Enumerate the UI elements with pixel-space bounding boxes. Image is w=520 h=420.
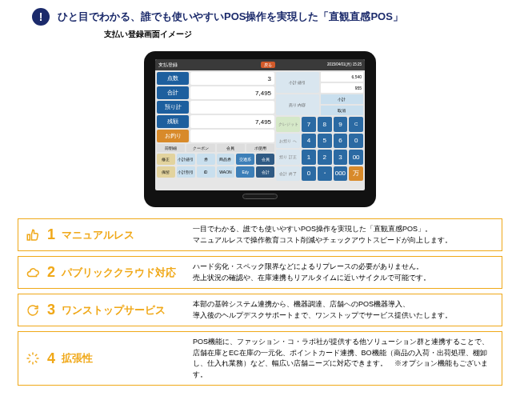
keypad-key-6[interactable]: 6	[334, 134, 348, 149]
tablet-mockup: 支払登録 戻る 2015/04/01(月) 15:25 点数3 合計7,495 …	[144, 51, 376, 207]
keypad-key-C[interactable]: C	[349, 117, 363, 132]
feature-left: 2パブリッククラウド対応	[18, 257, 186, 288]
keypad-key-000[interactable]: 000	[334, 166, 348, 182]
total-value: 7,495	[190, 86, 274, 99]
strip-cell[interactable]: 修正	[157, 154, 175, 165]
small-cell[interactable]: ポ使用	[246, 144, 274, 152]
strip-2: 保留 小計割引 iD WAON Edy 会計	[157, 166, 274, 178]
keypad: 789C4560123000・000万	[302, 117, 363, 181]
feature-number: 4	[47, 350, 55, 367]
right-top: 小計 値引 売り 内容 6,540 955 小計 取消	[276, 72, 363, 115]
rmid-left: クレジット お預り へ 預り 訂正 会計 終了	[276, 117, 300, 181]
balance-value: 7,495	[190, 115, 274, 128]
change-label: お釣り	[157, 130, 189, 142]
azukari-cell[interactable]: 預り 訂正	[276, 150, 300, 165]
change-value	[190, 130, 274, 142]
feature-left: 4拡張性	[18, 332, 186, 385]
keypad-key-00[interactable]: 00	[349, 150, 363, 165]
right-mid: クレジット お預り へ 預り 訂正 会計 終了 789C4560123000・0…	[276, 117, 363, 181]
feature-desc: 一目でわかる、誰でも使いやすいPOS操作を実現した「直観直感POS」。マニュアル…	[186, 219, 502, 250]
topbar-right: 2015/04/01(月) 15:25	[327, 63, 362, 67]
feature-4: 4拡張性POS機能に、ファッション・コ・ラボ社が提供する他ソリューション群と連携…	[18, 331, 502, 386]
feature-left: 3ワンストップサービス	[18, 294, 186, 326]
topbar-title: 支払登録	[158, 62, 178, 69]
strip-cell[interactable]: 券	[197, 154, 215, 165]
sub-cell[interactable]: 小計	[321, 94, 363, 104]
credit-cell[interactable]: クレジット	[276, 117, 300, 132]
rtop-right: 6,540 955 小計 取消	[321, 72, 363, 115]
small-cell[interactable]: 会員	[217, 144, 245, 152]
count-label: 点数	[157, 72, 189, 85]
expand-icon	[25, 350, 41, 366]
feature-title: ワンストップサービス	[62, 303, 166, 318]
feature-title: 拡張性	[62, 351, 93, 366]
pos-main: 点数3 合計7,495 預り計 残額7,495 お釣り 前明細 クーポン 会員 …	[155, 70, 365, 190]
feature-number: 1	[47, 226, 55, 243]
rtop-left: 小計 値引 売り 内容	[276, 72, 318, 115]
keypad-key-1[interactable]: 1	[302, 150, 316, 165]
keypad-key-・[interactable]: ・	[318, 166, 332, 182]
feature-number: 3	[47, 302, 55, 318]
strip-1: 修正 小計値引 券 商品券 交通系 会員	[157, 154, 274, 165]
pos-screen: 支払登録 戻る 2015/04/01(月) 15:25 点数3 合計7,495 …	[155, 59, 365, 190]
cycle-icon	[25, 302, 41, 318]
mini-amount: 6,540	[321, 72, 363, 82]
strip-cell[interactable]: 小計値引	[177, 154, 195, 165]
rtop-cell[interactable]: 小計 値引	[276, 72, 318, 93]
count-value: 3	[190, 72, 274, 85]
strip-cell[interactable]: 交通系	[236, 154, 254, 165]
keypad-key-3[interactable]: 3	[334, 150, 348, 165]
cloud-icon	[25, 265, 41, 281]
strip-cell[interactable]: WAON	[217, 166, 235, 178]
back-button[interactable]: 戻る	[261, 62, 275, 68]
hero-head: ! ひと目でわかる、誰でも使いやすいPOS操作を実現した「直観直感POS」	[32, 8, 488, 26]
keypad-key-0[interactable]: 0	[302, 166, 316, 182]
strip-cell[interactable]: iD	[197, 166, 215, 178]
feature-2: 2パブリッククラウド対応ハード劣化・スペック限界などによるリプレースの必要があり…	[18, 256, 502, 289]
feature-desc: POS機能に、ファッション・コ・ラボ社が提供する他ソリューション群と連携すること…	[186, 332, 502, 385]
strip-cell[interactable]: 会員	[256, 154, 274, 165]
sub-cell[interactable]: 取消	[321, 106, 363, 115]
total-label: 合計	[157, 86, 189, 99]
keypad-key-5[interactable]: 5	[318, 134, 332, 149]
strip-cell[interactable]: 会計	[256, 166, 274, 178]
hero-title: ひと目でわかる、誰でも使いやすいPOS操作を実現した「直観直感POS」	[58, 10, 403, 24]
kaikei-cell[interactable]: 会計 終了	[276, 166, 300, 182]
feature-title: パブリッククラウド対応	[62, 266, 176, 280]
feature-3: 3ワンストップサービス本部の基幹システム連携から、機器調達、店舗へのPOS機器導…	[18, 294, 502, 326]
exclamation-icon: !	[32, 8, 50, 26]
mini-amount: 955	[321, 83, 363, 93]
keypad-key-8[interactable]: 8	[318, 117, 332, 132]
keypad-key-7[interactable]: 7	[302, 117, 316, 132]
pos-left: 点数3 合計7,495 預り計 残額7,495 お釣り 前明細 クーポン 会員 …	[157, 72, 274, 189]
keypad-key-万[interactable]: 万	[349, 166, 363, 182]
pos-topbar: 支払登録 戻る 2015/04/01(月) 15:25	[155, 59, 365, 70]
topbar-datetime: 2015/04/01(月) 15:25	[327, 63, 362, 67]
feature-desc: 本部の基幹システム連携から、機器調達、店舗へのPOS機器導入、導入後のヘルプデス…	[186, 294, 502, 326]
deposit-label: 預り計	[157, 101, 189, 114]
thumb-icon	[25, 227, 41, 243]
feature-title: マニュアルレス	[62, 228, 134, 242]
home-button[interactable]	[242, 194, 278, 199]
strip-cell[interactable]: 商品券	[217, 154, 235, 165]
keypad-key-4[interactable]: 4	[302, 134, 316, 149]
strip-cell[interactable]: Edy	[236, 166, 254, 178]
hero: ! ひと目でわかる、誰でも使いやすいPOS操作を実現した「直観直感POS」 支払…	[0, 0, 520, 45]
keypad-key-2[interactable]: 2	[318, 150, 332, 165]
deposit-value	[190, 101, 274, 114]
feature-left: 1マニュアルレス	[18, 219, 186, 250]
balance-label: 残額	[157, 115, 189, 128]
keypad-key-9[interactable]: 9	[334, 117, 348, 132]
oazukari-cell[interactable]: お預り へ	[276, 134, 300, 149]
hero-subtitle: 支払い登録画面イメージ	[104, 29, 488, 40]
pos-right: 小計 値引 売り 内容 6,540 955 小計 取消 クレジット お預り へ …	[276, 72, 363, 189]
small-cell[interactable]: クーポン	[186, 144, 214, 152]
strip-cell[interactable]: 保留	[157, 166, 175, 178]
feature-list: 1マニュアルレス一目でわかる、誰でも使いやすいPOS操作を実現した「直観直感PO…	[0, 218, 520, 395]
feature-desc: ハード劣化・スペック限界などによるリプレースの必要がありません。売上状況の確認や…	[186, 257, 502, 288]
strip-cell[interactable]: 小計割引	[177, 166, 195, 178]
small-row: 前明細 クーポン 会員 ポ使用	[157, 144, 274, 152]
small-cell[interactable]: 前明細	[157, 144, 185, 152]
rtop-cell[interactable]: 売り 内容	[276, 94, 318, 115]
keypad-key-0[interactable]: 0	[349, 134, 363, 149]
